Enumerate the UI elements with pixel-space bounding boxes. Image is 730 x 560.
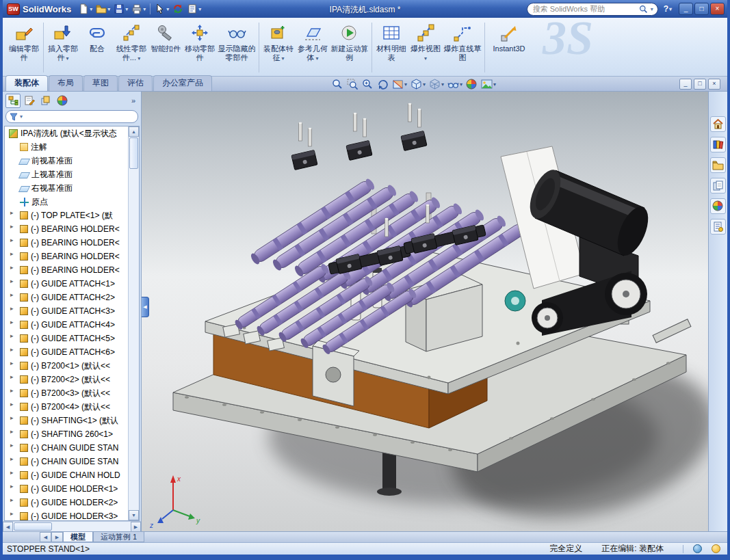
feature-tree-item[interactable]: ▸ (-) BEARING HOLDER< <box>5 263 128 277</box>
feature-tree-item[interactable]: ▸ (-) SHAFTING<1> (默认 <box>5 414 128 427</box>
custom-properties-button[interactable] <box>710 219 726 235</box>
ribbon-button-edit-component[interactable]: 编辑零部件 <box>7 21 41 62</box>
feature-tree-item[interactable]: ▸ (-) GUIDE ATTACH<2> <box>5 291 128 304</box>
feature-tree-item[interactable]: ▸ (-) GUIDE HOLDER<1> <box>5 482 128 496</box>
design-library-button[interactable] <box>710 137 726 152</box>
expand-arrow-icon[interactable]: ▸ <box>10 510 17 517</box>
help-button[interactable]: ?▾ <box>664 4 672 14</box>
feature-tree-item[interactable]: ▸ (-) GUIDE ATTACH<6> <box>5 345 128 359</box>
ribbon-button-show-hidden-components[interactable]: 显示隐藏的零部件 <box>217 21 257 62</box>
expand-arrow-icon[interactable]: ▸ <box>10 209 17 216</box>
scroll-track[interactable] <box>53 522 131 531</box>
select-button[interactable]: ▾ <box>153 2 170 16</box>
graphics-area[interactable]: x y z ◀ <box>142 92 708 531</box>
expand-arrow-icon[interactable]: ▸ <box>10 250 17 257</box>
expand-arrow-icon[interactable]: ▸ <box>10 264 17 271</box>
configurationmanager-tab[interactable] <box>38 94 53 108</box>
hide-show-items-button[interactable]: ▾ <box>447 78 463 90</box>
tab-layout[interactable]: 布局 <box>49 75 83 91</box>
chevron-down-icon[interactable]: ▾ <box>651 6 653 12</box>
ribbon-button-bill-of-materials[interactable]: 材料明细表 <box>374 21 408 62</box>
section-view-button[interactable]: ▾ <box>391 78 408 90</box>
feature-tree-root[interactable]: IPA清洗机 (默认<显示状态 <box>5 126 128 140</box>
apply-scene-button[interactable]: ▾ <box>480 78 497 90</box>
status-indicator-icon[interactable] <box>693 544 702 553</box>
ribbon-button-mate[interactable]: 配合 <box>80 21 114 54</box>
panel-expand-button[interactable]: » <box>129 96 138 105</box>
zoom-area-button[interactable] <box>346 78 359 90</box>
scroll-up-button[interactable]: ▲ <box>129 126 139 137</box>
feature-tree-item[interactable]: 原点 <box>5 195 128 209</box>
expand-arrow-icon[interactable]: ▸ <box>10 360 17 366</box>
document-restore-button[interactable]: □ <box>694 79 706 90</box>
display-style-button[interactable]: ▾ <box>428 78 445 90</box>
scroll-track[interactable] <box>129 170 139 510</box>
rebuild-button[interactable] <box>171 2 185 16</box>
feature-tree-item[interactable]: ▸ (-) B7200<2> (默认<< <box>5 373 128 386</box>
feature-tree-item[interactable]: ▸ (-) GUIDE ATTACH<3> <box>5 304 128 318</box>
tree-horizontal-scrollbar[interactable]: ◀ ▶ <box>3 521 141 531</box>
ribbon-button-explode-line-sketch[interactable]: 爆炸直线草图 <box>443 21 482 62</box>
feature-tree-item[interactable]: ▸ (-) GUIDE HOLDER<3> <box>5 509 128 520</box>
feature-tree-item[interactable]: ▸ (-) SHAFTING 260<1> <box>5 427 128 441</box>
panel-splitter-handle[interactable]: ◀ <box>142 297 149 317</box>
expand-arrow-icon[interactable]: ▸ <box>10 291 17 298</box>
propertymanager-tab[interactable] <box>22 94 37 108</box>
appearances-scenes-button[interactable] <box>710 198 726 214</box>
teal-gear[interactable] <box>505 291 525 311</box>
expand-arrow-icon[interactable]: ▸ <box>10 346 17 353</box>
print-button[interactable]: ▾ <box>130 2 147 16</box>
displaymanager-tab[interactable] <box>55 94 70 108</box>
feature-tree-item[interactable]: ▸ (-) GUIDE ATTACH<4> <box>5 318 128 332</box>
scroll-down-button[interactable]: ▼ <box>129 510 139 520</box>
close-button[interactable]: × <box>710 3 725 15</box>
expand-arrow-icon[interactable]: ▸ <box>10 319 17 325</box>
expand-arrow-icon[interactable]: ▸ <box>10 442 17 449</box>
scroll-thumb[interactable] <box>14 522 52 531</box>
open-button[interactable]: ▾ <box>94 2 112 16</box>
solidworks-resources-button[interactable] <box>710 116 726 132</box>
viewport-3d[interactable]: x y z <box>142 92 708 531</box>
ribbon-button-insert-component[interactable]: 插入零部件 <box>46 21 80 62</box>
tab-assembly[interactable]: 装配体 <box>5 75 48 91</box>
tab-scroll-left-button[interactable]: ◀ <box>40 532 51 542</box>
tab-motion-study-1[interactable]: 运动算例 1 <box>93 532 144 542</box>
feature-tree-item[interactable]: ▸ (-) B7200<1> (默认<< <box>5 359 128 373</box>
expand-arrow-icon[interactable]: ▸ <box>10 278 17 284</box>
quick-tip-icon[interactable] <box>712 544 720 553</box>
view-palette-button[interactable] <box>710 178 726 194</box>
tab-evaluate[interactable]: 评估 <box>118 75 153 91</box>
tab-model[interactable]: 模型 <box>63 532 93 542</box>
chevron-down-icon[interactable]: ▾ <box>20 114 23 120</box>
feature-tree-item[interactable]: 注解 <box>5 140 128 154</box>
zoom-in-out-button[interactable] <box>361 78 374 90</box>
expand-arrow-icon[interactable]: ▸ <box>10 387 17 394</box>
feature-tree-item[interactable]: ▸ (-) GUIDE ATTACH<1> <box>5 277 128 291</box>
feature-tree-item[interactable]: ▸ (-) GUIDE ATTACH<5> <box>5 332 128 345</box>
feature-tree-item[interactable]: ▸ (-) GUIDE CHAIN HOLD <box>5 468 128 482</box>
document-close-button[interactable]: × <box>708 79 720 90</box>
zoom-fit-button[interactable] <box>331 78 344 90</box>
feature-tree-item[interactable]: ▸ (-) BEARING HOLDER< <box>5 236 128 250</box>
expand-arrow-icon[interactable]: ▸ <box>10 223 17 230</box>
feature-tree-item[interactable]: ▸ (-) B7200<4> (默认<< <box>5 400 128 414</box>
ribbon-button-assembly-features[interactable]: 装配体特征 <box>261 21 296 62</box>
feature-tree-item[interactable]: ▸ (-) BEARING HOLDER< <box>5 250 128 263</box>
search-icon[interactable] <box>639 5 648 14</box>
expand-arrow-icon[interactable]: ▸ <box>10 332 17 339</box>
view-orientation-button[interactable]: ▾ <box>410 78 426 90</box>
new-document-button[interactable]: ▾ <box>77 2 94 16</box>
stopper-bracket[interactable] <box>313 341 359 406</box>
expand-arrow-icon[interactable]: ▸ <box>10 428 17 435</box>
search-box[interactable]: ▾ <box>527 3 658 16</box>
tab-office-products[interactable]: 办公室产品 <box>153 75 212 91</box>
ribbon-button-instant3d[interactable]: Instant3D <box>487 21 531 54</box>
tree-filter-box[interactable]: ▾ <box>5 110 138 123</box>
scroll-right-button[interactable]: ▶ <box>131 522 141 532</box>
tab-scroll-right-button[interactable]: ▶ <box>51 532 63 542</box>
minimize-button[interactable]: _ <box>679 3 693 15</box>
tree-vertical-scrollbar[interactable]: ▲ ▼ <box>128 126 139 520</box>
expand-arrow-icon[interactable]: ▸ <box>10 414 17 421</box>
ribbon-button-reference-geometry[interactable]: 参考几何体 <box>296 21 330 62</box>
expand-arrow-icon[interactable]: ▸ <box>10 469 17 476</box>
